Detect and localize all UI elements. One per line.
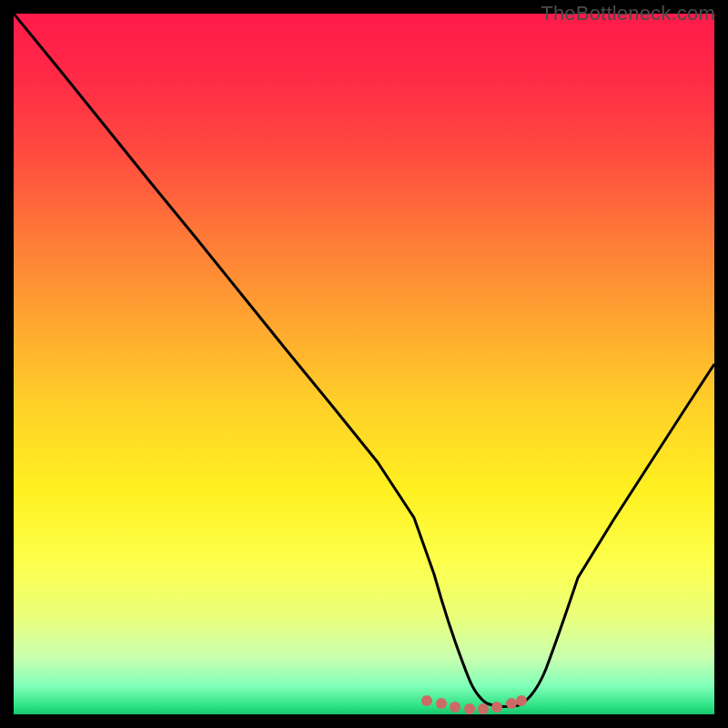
curve-svg [14,14,714,714]
valley-marker [464,703,475,714]
attribution-text: TheBottleneck.com [541,2,715,25]
bottleneck-curve [14,14,714,707]
valley-marker [421,695,432,706]
valley-marker [516,695,527,706]
chart-container: TheBottleneck.com [0,0,728,728]
plot-area [14,14,714,714]
valley-marker [478,703,489,714]
